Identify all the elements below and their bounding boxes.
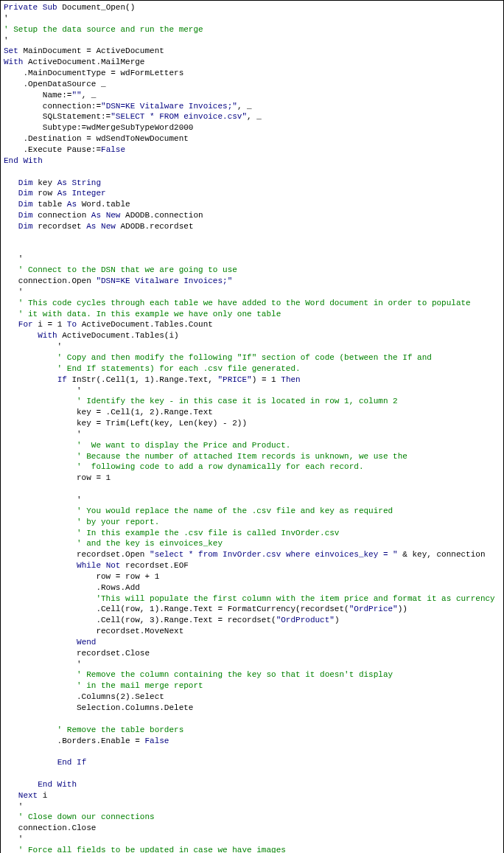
code-token: End With xyxy=(4,156,43,165)
code-token: "OrdPrice" xyxy=(349,605,398,613)
code-token: ' xyxy=(4,386,82,395)
code-token: .Execute Pause:= xyxy=(4,145,101,154)
code-token: "" xyxy=(71,91,81,100)
code-token: Dim xyxy=(18,189,33,198)
code-token: connection.Close xyxy=(4,824,96,832)
code-token: ' by your report. xyxy=(4,518,159,526)
code-token: .Borders.Enable = xyxy=(4,737,144,745)
code-token: , _ xyxy=(237,102,252,111)
code-token: ' End If statements) for each .csv file … xyxy=(4,364,301,373)
code-token: table xyxy=(33,200,67,209)
code-token: ' Force all fields to be updated in case… xyxy=(4,846,286,853)
code-token: With xyxy=(38,331,57,340)
code-token: ' xyxy=(4,802,23,811)
code-token: Wend xyxy=(77,638,96,647)
code-token: To xyxy=(67,320,77,329)
code-token: .Cell(row, 3).Range.Text = recordset( xyxy=(4,616,276,624)
code-token: , _ xyxy=(82,91,97,100)
code-token: ' xyxy=(4,495,82,504)
code-token xyxy=(4,758,57,767)
code-token: Dim xyxy=(18,222,33,231)
code-block-document-open: Private Sub Document_Open() ' ' Setup th… xyxy=(0,0,504,853)
code-token: ' it with data. In this example we have … xyxy=(4,310,281,318)
code-token: i = 1 xyxy=(33,320,67,329)
code-token: .MainDocumentType = wdFormLetters xyxy=(4,69,183,77)
code-token: ' This code cycles through each table we… xyxy=(4,299,471,307)
code-token: Dim xyxy=(18,200,33,209)
code-token: .Rows.Add xyxy=(4,583,140,592)
code-token: recordset.MoveNext xyxy=(4,627,183,636)
code-token: ActiveDocument.Tables.Count xyxy=(77,320,213,329)
code-token: ' Setup the data source and run the merg… xyxy=(4,25,203,34)
code-token: ' xyxy=(4,36,9,45)
code-token: ' xyxy=(4,288,23,296)
code-token: connection xyxy=(33,211,91,220)
code-token: .OpenDataSource _ xyxy=(4,80,106,88)
code-token: Dim xyxy=(18,211,33,220)
code-token xyxy=(4,189,18,198)
code-token: recordset.Close xyxy=(4,649,150,658)
code-token xyxy=(4,791,18,800)
code-token: ' Identify the key - in this case it is … xyxy=(4,397,398,405)
code-token xyxy=(4,222,18,231)
code-token: , _ xyxy=(247,112,262,121)
code-token: ' xyxy=(4,660,82,669)
code-token: & key, connection xyxy=(398,550,486,559)
code-token xyxy=(4,200,18,209)
code-token: Next xyxy=(18,791,38,800)
code-token: ' in the mail merge report xyxy=(4,681,203,690)
code-token: connection:= xyxy=(4,102,101,111)
code-token: ' In this example the .csv file is calle… xyxy=(4,529,339,537)
code-token: ActiveDocument.Tables(i) xyxy=(57,331,179,340)
code-token: )) xyxy=(398,605,407,613)
code-token: ADODB.recordset xyxy=(116,222,194,231)
code-token: As String xyxy=(57,178,101,187)
code-token xyxy=(4,320,18,329)
code-token: Dim xyxy=(18,178,33,187)
code-token: key = Trim(Left(key, Len(key) - 2)) xyxy=(4,419,247,428)
code-token: "select * from InvOrder.csv where einvoi… xyxy=(150,550,398,559)
code-token: row = row + 1 xyxy=(4,572,159,581)
code-token: i xyxy=(38,791,47,800)
code-token: MainDocument = ActiveDocument xyxy=(18,46,164,55)
code-token: As Integer xyxy=(57,189,106,198)
code-token: Private Sub xyxy=(4,3,57,12)
code-token: ' xyxy=(4,835,23,843)
code-token: "SELECT * FROM einvoice.csv" xyxy=(111,112,247,121)
code-token: End With xyxy=(38,780,77,789)
code-token: Word.table xyxy=(77,200,130,209)
code-token: ' Remove the column containing the key s… xyxy=(4,670,393,679)
code-token: .Columns(2).Select xyxy=(4,692,164,701)
code-token xyxy=(4,638,77,647)
code-token: Subtype:=wdMergeSubTypeWord2000 xyxy=(4,123,193,132)
code-token xyxy=(4,375,57,384)
code-token: If xyxy=(57,375,67,384)
code-token: ' We want to display the Price and Produ… xyxy=(4,441,290,450)
code-token: ' xyxy=(4,14,9,23)
code-token: "DSN=KE Vitalware Invoices;" xyxy=(101,102,237,111)
code-token: row = 1 xyxy=(4,473,111,482)
code-token: For xyxy=(18,320,33,329)
code-token: .Cell(row, 1).Range.Text = FormatCurrenc… xyxy=(4,605,349,613)
code-token: Name:= xyxy=(4,91,71,100)
code-token: Set xyxy=(4,46,18,55)
code-token xyxy=(4,211,18,220)
code-token: "DSN=KE Vitalware Invoices;" xyxy=(96,276,232,285)
code-token: ' Close down our connections xyxy=(4,812,155,821)
code-token: Selection.Columns.Delete xyxy=(4,703,193,712)
code-token: As xyxy=(67,200,77,209)
code-token: ' and the key is einvoices_key xyxy=(4,539,223,548)
code-token: ActiveDocument.MailMerge xyxy=(23,58,144,66)
code-token: ) = 1 xyxy=(252,375,281,384)
code-token: row xyxy=(33,189,57,198)
code-token: ' xyxy=(4,254,23,263)
code-token xyxy=(4,780,38,789)
code-token: Then xyxy=(281,375,300,384)
code-token: ' Connect to the DSN that we are going t… xyxy=(4,265,237,274)
code-token: False xyxy=(101,145,125,154)
code-token: recordset xyxy=(33,222,87,231)
code-token: 'This will populate the first column wit… xyxy=(4,594,495,603)
code-token: ' xyxy=(4,342,62,351)
code-token: ' Because the number of attached Item re… xyxy=(4,452,407,461)
code-token: InStr(.Cell(1, 1).Range.Text, xyxy=(67,375,218,384)
